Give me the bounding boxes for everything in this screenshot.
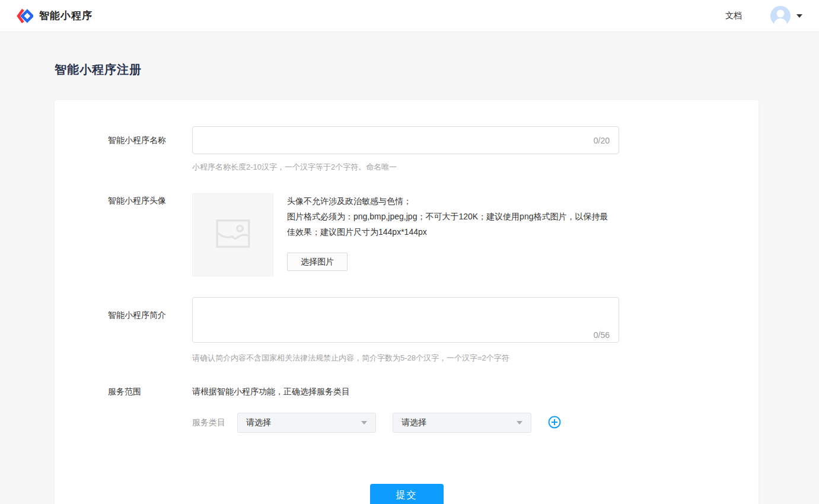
form-row-scope: 服务范围 请根据智能小程序功能，正确选择服务类目 服务类目 请选择 请选择 [55,384,759,433]
scope-field-label: 服务范围 [108,384,192,433]
avatar-rule-line1: 头像不允许涉及政治敏感与色情； [287,193,614,209]
brand-name: 智能小程序 [39,9,93,23]
miniprogram-intro-textarea[interactable] [192,297,619,343]
page-title: 智能小程序注册 [55,62,819,78]
image-icon [216,219,250,250]
registration-form-card: 智能小程序名称 0/20 小程序名称长度2-10汉字，一个汉字等于2个字符。命名… [55,100,759,504]
form-row-intro: 智能小程序简介 0/56 请确认简介内容不含国家相关法律法规禁止内容，简介字数为… [55,297,759,384]
choose-image-button[interactable]: 选择图片 [287,253,348,271]
account-menu-caret-icon[interactable] [796,14,802,18]
intro-field-label: 智能小程序简介 [108,297,192,384]
name-char-counter: 0/20 [594,136,610,145]
category-select-2[interactable]: 请选择 [393,413,531,433]
category-select-1-value: 请选择 [246,417,271,428]
category-label: 服务类目 [192,417,225,428]
top-header: 智能小程序 文档 [0,0,819,32]
avatar-field-label: 智能小程序头像 [108,193,192,276]
header-right: 文档 [725,6,802,26]
form-row-avatar: 智能小程序头像 头像不允许涉及政治敏感与色情； 图片格式必须为：png,bmp,… [55,193,759,276]
intro-help-text: 请确认简介内容不含国家相关法律法规禁止内容，简介字数为5-28个汉字，一个汉字=… [192,353,619,363]
name-field-label: 智能小程序名称 [108,126,192,193]
submit-row: 提交 [55,484,759,504]
category-select-1[interactable]: 请选择 [237,413,376,433]
docs-link[interactable]: 文档 [725,11,742,21]
scope-instruction: 请根据智能小程序功能，正确选择服务类目 [192,384,561,397]
user-avatar[interactable] [770,6,791,26]
smartprogram-logo-icon [17,8,33,24]
miniprogram-name-input[interactable] [192,126,619,154]
submit-button[interactable]: 提交 [370,484,444,504]
chevron-down-icon [361,421,367,425]
chevron-down-icon [517,421,522,425]
brand-home-link[interactable]: 智能小程序 [17,8,93,24]
avatar-image-placeholder[interactable] [192,193,273,276]
add-category-button[interactable] [548,416,561,429]
name-help-text: 小程序名称长度2-10汉字，一个汉字等于2个字符。命名唯一 [192,162,619,173]
category-select-2-value: 请选择 [401,417,426,428]
form-row-name: 智能小程序名称 0/20 小程序名称长度2-10汉字，一个汉字等于2个字符。命名… [55,126,759,193]
plus-circle-icon [548,416,561,430]
intro-char-counter: 0/56 [594,330,610,340]
avatar-rule-line2: 图片格式必须为：png,bmp,jpeg,jpg；不可大于120K；建议使用pn… [287,209,614,240]
